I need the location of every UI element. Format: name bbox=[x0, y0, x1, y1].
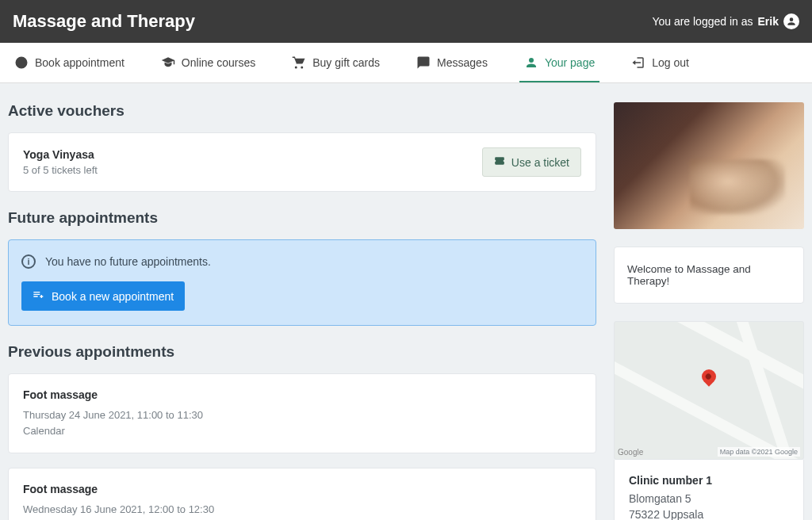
voucher-info: Yoga Vinyasa 5 of 5 tickets left bbox=[23, 148, 98, 176]
playlist-add-icon bbox=[33, 289, 45, 304]
info-icon: i bbox=[21, 254, 36, 269]
nav-label: Your page bbox=[545, 56, 595, 69]
nav-label: Log out bbox=[652, 56, 689, 69]
nav-label: Book appointment bbox=[35, 56, 124, 69]
use-ticket-button[interactable]: Use a ticket bbox=[482, 147, 581, 177]
plus-circle-icon bbox=[14, 55, 29, 70]
map-attribution: Map data ©2021 Google bbox=[718, 447, 800, 457]
previous-calendar-link[interactable]: Calendar bbox=[23, 423, 581, 439]
chat-icon bbox=[416, 55, 431, 70]
previous-when: Wednesday 16 June 2021, 12:00 to 12:30 bbox=[23, 502, 581, 518]
use-ticket-label: Use a ticket bbox=[511, 156, 569, 169]
login-username: Erik bbox=[758, 15, 779, 28]
nav-log-out[interactable]: Log out bbox=[626, 43, 694, 82]
previous-calendar-link[interactable]: Calendar bbox=[23, 518, 581, 521]
login-status: You are logged in as Erik bbox=[652, 13, 799, 29]
logout-icon bbox=[631, 55, 645, 70]
clinic-street: Blomgatan 5 bbox=[629, 491, 789, 507]
login-prefix: You are logged in as bbox=[652, 15, 753, 28]
voucher-card: Yoga Vinyasa 5 of 5 tickets left Use a t… bbox=[8, 132, 596, 192]
nav-online-courses[interactable]: Online courses bbox=[156, 43, 260, 82]
previous-when: Thursday 24 June 2021, 11:00 to 11:30 bbox=[23, 407, 581, 423]
app-header: Massage and Therapy You are logged in as… bbox=[0, 0, 812, 43]
nav-book-appointment[interactable]: Book appointment bbox=[10, 43, 129, 82]
nav-label: Online courses bbox=[182, 56, 255, 69]
graduation-cap-icon bbox=[161, 55, 175, 70]
previous-appointment-card[interactable]: Foot massage Wednesday 16 June 2021, 12:… bbox=[8, 468, 596, 520]
right-column: Welcome to Massage and Therapy! Google M… bbox=[614, 102, 804, 520]
nav-label: Messages bbox=[437, 56, 488, 69]
book-new-label: Book a new appointment bbox=[52, 290, 174, 303]
previous-title: Foot massage bbox=[23, 388, 581, 401]
app-title: Massage and Therapy bbox=[13, 11, 195, 32]
future-empty-row: i You have no future appointments. bbox=[21, 254, 583, 269]
previous-appointment-card[interactable]: Foot massage Thursday 24 June 2021, 11:0… bbox=[8, 373, 596, 453]
clinic-name: Clinic number 1 bbox=[629, 474, 789, 487]
nav-your-page[interactable]: Your page bbox=[519, 43, 599, 82]
map-widget[interactable]: Google Map data ©2021 Google bbox=[614, 321, 804, 460]
left-column: Active vouchers Yoga Vinyasa 5 of 5 tick… bbox=[8, 102, 596, 520]
person-icon bbox=[524, 55, 538, 70]
previous-appointments-heading: Previous appointments bbox=[8, 343, 596, 361]
welcome-card: Welcome to Massage and Therapy! bbox=[614, 247, 804, 304]
nav-buy-gift-cards[interactable]: Buy gift cards bbox=[287, 43, 385, 82]
main-content: Active vouchers Yoga Vinyasa 5 of 5 tick… bbox=[0, 83, 812, 520]
map-road bbox=[614, 321, 804, 405]
avatar-icon[interactable] bbox=[783, 13, 799, 29]
nav-label: Buy gift cards bbox=[312, 56, 380, 69]
active-vouchers-heading: Active vouchers bbox=[8, 102, 596, 120]
clinic-postal: 75322 Uppsala bbox=[629, 507, 789, 520]
main-nav: Book appointment Online courses Buy gift… bbox=[0, 43, 812, 83]
cart-icon bbox=[292, 55, 306, 70]
book-new-appointment-button[interactable]: Book a new appointment bbox=[21, 281, 185, 311]
voucher-title: Yoga Vinyasa bbox=[23, 148, 98, 161]
ticket-icon bbox=[494, 155, 505, 169]
future-appointments-heading: Future appointments bbox=[8, 209, 596, 227]
previous-title: Foot massage bbox=[23, 483, 581, 495]
future-empty-box: i You have no future appointments. Book … bbox=[8, 239, 596, 326]
future-empty-text: You have no future appointments. bbox=[45, 255, 211, 268]
hero-image bbox=[614, 102, 804, 229]
welcome-text: Welcome to Massage and Therapy! bbox=[627, 263, 751, 287]
map-pin-icon bbox=[699, 366, 718, 386]
nav-messages[interactable]: Messages bbox=[412, 43, 492, 82]
map-provider-logo: Google bbox=[618, 448, 643, 457]
clinic-card: Clinic number 1 Blomgatan 5 75322 Uppsal… bbox=[614, 460, 804, 520]
voucher-subtitle: 5 of 5 tickets left bbox=[23, 164, 98, 176]
